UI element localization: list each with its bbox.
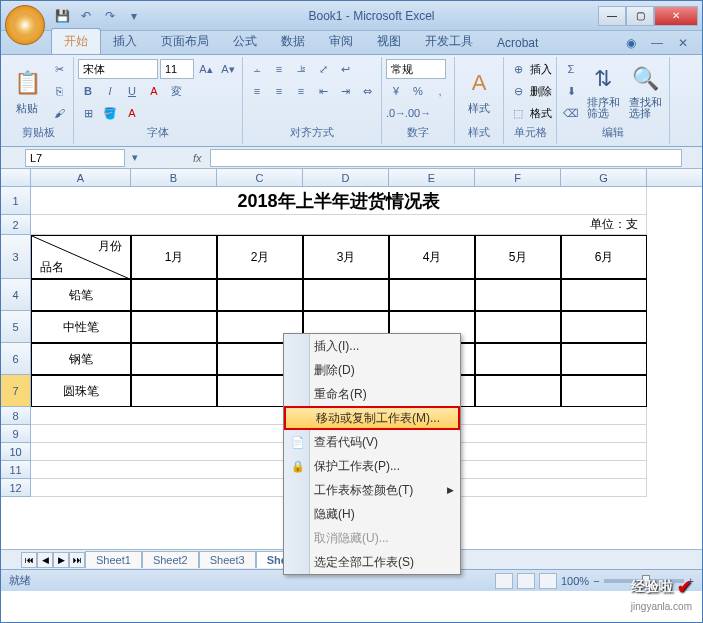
tab-home[interactable]: 开始: [51, 28, 101, 54]
menu-view-code[interactable]: 📄 查看代码(V): [284, 430, 460, 454]
redo-icon[interactable]: ↷: [99, 5, 121, 27]
colhead-d[interactable]: D: [303, 169, 389, 186]
colhead-e[interactable]: E: [389, 169, 475, 186]
paste-button[interactable]: 📋 粘贴: [7, 59, 47, 123]
merge-icon[interactable]: ⇔: [357, 81, 377, 101]
inc-decimal-icon[interactable]: .0→: [386, 103, 406, 123]
menu-protect[interactable]: 🔒 保护工作表(P)...: [284, 454, 460, 478]
rowhead-2[interactable]: 2: [1, 215, 31, 235]
styles-button[interactable]: A 样式: [459, 59, 499, 123]
normal-view-icon[interactable]: [495, 573, 513, 589]
indent-inc-icon[interactable]: ⇥: [335, 81, 355, 101]
rowhead-11[interactable]: 11: [1, 461, 31, 479]
menu-select-all[interactable]: 选定全部工作表(S): [284, 550, 460, 574]
zoom-out-icon[interactable]: −: [593, 575, 599, 587]
next-sheet-icon[interactable]: ▶: [53, 552, 69, 568]
grow-font-icon[interactable]: A▴: [196, 59, 216, 79]
tab-insert[interactable]: 插入: [101, 29, 149, 54]
page-layout-view-icon[interactable]: [517, 573, 535, 589]
colhead-c[interactable]: C: [217, 169, 303, 186]
fx-icon[interactable]: fx: [185, 152, 210, 164]
zoom-label[interactable]: 100%: [561, 575, 589, 587]
align-left-icon[interactable]: ≡: [247, 81, 267, 101]
align-middle-icon[interactable]: ≡: [269, 59, 289, 79]
sheet-tab-1[interactable]: Sheet1: [85, 551, 142, 568]
namebox-dropdown-icon[interactable]: ▾: [125, 148, 145, 168]
indent-dec-icon[interactable]: ⇤: [313, 81, 333, 101]
fill-icon[interactable]: ⬇: [561, 81, 581, 101]
copy-icon[interactable]: ⎘: [49, 81, 69, 101]
currency-icon[interactable]: ¥: [386, 81, 406, 101]
fill-color-icon[interactable]: 🪣: [100, 103, 120, 123]
menu-delete[interactable]: 删除(D): [284, 358, 460, 382]
rowhead-12[interactable]: 12: [1, 479, 31, 497]
formula-bar[interactable]: [210, 149, 682, 167]
autosum-icon[interactable]: Σ: [561, 59, 581, 79]
wrap-text-icon[interactable]: ↩: [335, 59, 355, 79]
menu-unhide[interactable]: 取消隐藏(U)...: [284, 526, 460, 550]
colhead-g[interactable]: G: [561, 169, 647, 186]
dec-decimal-icon[interactable]: .00→: [408, 103, 428, 123]
rowhead-6[interactable]: 6: [1, 343, 31, 375]
minimize-button[interactable]: —: [598, 6, 626, 26]
rowhead-7[interactable]: 7: [1, 375, 31, 407]
find-select-button[interactable]: 🔍 查找和 选择: [625, 59, 665, 123]
close-wb-icon[interactable]: ✕: [672, 32, 694, 54]
colhead-f[interactable]: F: [475, 169, 561, 186]
comma-icon[interactable]: ,: [430, 81, 450, 101]
font-color2-icon[interactable]: A: [122, 103, 142, 123]
rowhead-8[interactable]: 8: [1, 407, 31, 425]
name-box[interactable]: L7: [25, 149, 125, 167]
align-top-icon[interactable]: ⫠: [247, 59, 267, 79]
prev-sheet-icon[interactable]: ◀: [37, 552, 53, 568]
office-button[interactable]: [5, 5, 45, 45]
sort-filter-button[interactable]: ⇅ 排序和 筛选: [583, 59, 623, 123]
tab-formula[interactable]: 公式: [221, 29, 269, 54]
shrink-font-icon[interactable]: A▾: [218, 59, 238, 79]
sheet-tab-2[interactable]: Sheet2: [142, 551, 199, 568]
tab-data[interactable]: 数据: [269, 29, 317, 54]
title-cell[interactable]: 2018年上半年进货情况表: [31, 187, 647, 215]
menu-insert[interactable]: 插入(I)...: [284, 334, 460, 358]
number-format-dropdown[interactable]: 常规: [386, 59, 446, 79]
sheet-tab-3[interactable]: Sheet3: [199, 551, 256, 568]
undo-icon[interactable]: ↶: [75, 5, 97, 27]
colhead-b[interactable]: B: [131, 169, 217, 186]
format-painter-icon[interactable]: 🖌: [49, 103, 69, 123]
tab-view[interactable]: 视图: [365, 29, 413, 54]
format-cells-icon[interactable]: ⬚: [508, 103, 528, 123]
menu-tab-color[interactable]: 工作表标签颜色(T) ▶: [284, 478, 460, 502]
bold-button[interactable]: B: [78, 81, 98, 101]
orientation-icon[interactable]: ⤢: [313, 59, 333, 79]
tab-review[interactable]: 审阅: [317, 29, 365, 54]
rowhead-3[interactable]: 3: [1, 235, 31, 279]
qat-dropdown-icon[interactable]: ▾: [123, 5, 145, 27]
min-ribbon-icon[interactable]: —: [646, 32, 668, 54]
tab-developer[interactable]: 开发工具: [413, 29, 485, 54]
font-color-icon[interactable]: A: [144, 81, 164, 101]
maximize-button[interactable]: ▢: [626, 6, 654, 26]
select-all-corner[interactable]: [1, 169, 31, 186]
first-sheet-icon[interactable]: ⏮: [21, 552, 37, 568]
colhead-a[interactable]: A: [31, 169, 131, 186]
font-size-dropdown[interactable]: 11: [160, 59, 194, 79]
rowhead-1[interactable]: 1: [1, 187, 31, 215]
insert-cells-icon[interactable]: ⊕: [508, 59, 528, 79]
border-icon[interactable]: ⊞: [78, 103, 98, 123]
cut-icon[interactable]: ✂: [49, 59, 69, 79]
italic-button[interactable]: I: [100, 81, 120, 101]
align-right-icon[interactable]: ≡: [291, 81, 311, 101]
rowhead-10[interactable]: 10: [1, 443, 31, 461]
page-break-view-icon[interactable]: [539, 573, 557, 589]
underline-button[interactable]: U: [122, 81, 142, 101]
align-bottom-icon[interactable]: ⫡: [291, 59, 311, 79]
menu-rename[interactable]: 重命名(R): [284, 382, 460, 406]
font-name-dropdown[interactable]: 宋体: [78, 59, 158, 79]
menu-move-copy[interactable]: 移动或复制工作表(M)...: [284, 406, 460, 430]
percent-icon[interactable]: %: [408, 81, 428, 101]
help-icon[interactable]: ◉: [620, 32, 642, 54]
phonetic-icon[interactable]: 変: [166, 81, 186, 101]
delete-cells-icon[interactable]: ⊖: [508, 81, 528, 101]
close-button[interactable]: ✕: [654, 6, 698, 26]
align-center-icon[interactable]: ≡: [269, 81, 289, 101]
